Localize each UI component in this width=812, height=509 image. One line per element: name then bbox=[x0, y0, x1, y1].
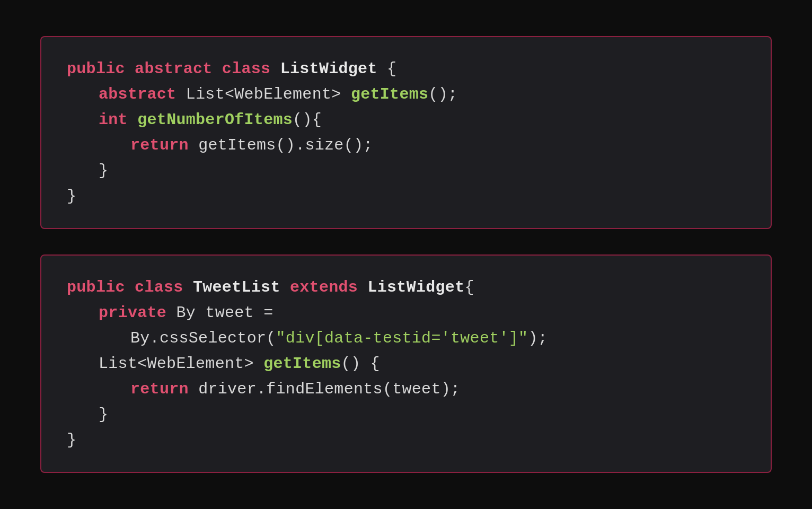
code-line: } bbox=[67, 183, 745, 209]
code-token: "div[data-testid='tweet']" bbox=[276, 329, 528, 347]
code-token: } bbox=[67, 187, 76, 205]
code-block-1: public abstract class ListWidget {abstra… bbox=[40, 36, 772, 229]
code-token: return bbox=[130, 380, 198, 398]
code-token: int bbox=[99, 111, 137, 129]
code-token: } bbox=[67, 431, 76, 449]
code-token: (); bbox=[428, 85, 457, 103]
code-token: } bbox=[99, 162, 108, 180]
code-token: getNumberOfItems bbox=[137, 111, 293, 129]
code-line: abstract List<WebElement> getItems(); bbox=[67, 82, 745, 107]
code-token: By.cssSelector( bbox=[130, 329, 276, 347]
code-token: ListWidget bbox=[280, 60, 377, 78]
code-token: public class bbox=[67, 278, 193, 296]
code-token: () { bbox=[341, 355, 380, 373]
code-line: } bbox=[67, 402, 745, 427]
code-line: return getItems().size(); bbox=[67, 133, 745, 158]
code-block-2: public class TweetList extends ListWidge… bbox=[40, 254, 772, 473]
code-token: abstract bbox=[99, 85, 186, 103]
code-line: int getNumberOfItems(){ bbox=[67, 107, 745, 133]
code-token: TweetList bbox=[193, 278, 280, 296]
code-token: ListWidget bbox=[367, 278, 464, 296]
code-line: } bbox=[67, 158, 745, 183]
code-token: driver.findElements(tweet); bbox=[198, 380, 460, 398]
code-line: public abstract class ListWidget { bbox=[67, 56, 745, 82]
code-line: return driver.findElements(tweet); bbox=[67, 376, 745, 402]
code-token: getItems bbox=[263, 355, 341, 373]
code-token: } bbox=[99, 406, 108, 424]
code-token: public abstract class bbox=[67, 60, 280, 78]
code-token: { bbox=[377, 60, 397, 78]
code-token: getItems().size(); bbox=[198, 136, 373, 154]
code-token: getItems bbox=[351, 85, 428, 103]
code-line: List<WebElement> getItems() { bbox=[67, 351, 745, 376]
code-line: By.cssSelector("div[data-testid='tweet']… bbox=[67, 326, 745, 351]
code-token: List<WebElement> bbox=[99, 355, 263, 373]
code-token: extends bbox=[280, 278, 368, 296]
code-line: public class TweetList extends ListWidge… bbox=[67, 275, 745, 300]
code-token: List<WebElement> bbox=[186, 85, 351, 103]
code-token: ); bbox=[528, 329, 548, 347]
code-token: return bbox=[130, 136, 198, 154]
code-token: private bbox=[99, 304, 176, 322]
code-token: { bbox=[464, 278, 474, 296]
code-line: } bbox=[67, 427, 745, 453]
code-token: By tweet = bbox=[176, 304, 273, 322]
code-token: (){ bbox=[293, 111, 322, 129]
code-line: private By tweet = bbox=[67, 300, 745, 326]
